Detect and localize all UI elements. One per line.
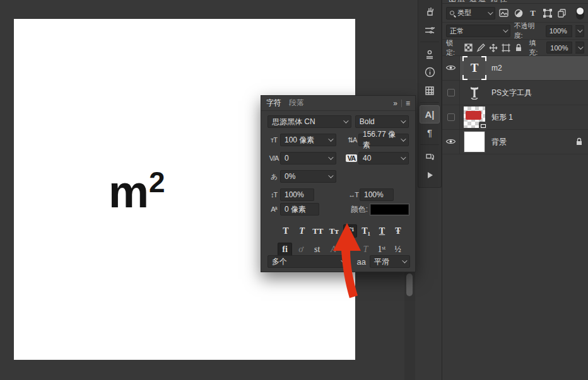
info-panel-icon[interactable] <box>420 63 440 81</box>
toggle-knob <box>577 8 584 14</box>
vertical-scrollbar-track[interactable] <box>404 272 415 380</box>
horizontal-scale-icon: ↔T <box>347 191 360 199</box>
stylistic-alternates-button[interactable]: T <box>342 243 356 256</box>
chevron-down-icon <box>341 258 346 263</box>
visibility-toggle[interactable] <box>442 81 460 105</box>
character-panel-icon[interactable]: A| <box>420 105 440 124</box>
blend-mode-row: 正常 不透明度: 100% <box>442 23 588 40</box>
filter-pixel-layers-icon[interactable] <box>498 7 510 19</box>
filter-adjustment-layers-icon[interactable] <box>512 7 524 19</box>
small-caps-button[interactable]: Tᴛ <box>327 224 341 238</box>
blend-mode-dropdown[interactable]: 正常 <box>446 25 510 37</box>
font-row: 思源黑体 CN Bold <box>268 115 409 128</box>
layer-name[interactable]: 背景 <box>491 137 507 147</box>
filter-type-layers-icon[interactable]: T <box>527 7 539 19</box>
layer-filtering-toggle[interactable] <box>576 7 584 20</box>
font-size-dropdown[interactable]: 100 像素 <box>280 134 336 146</box>
selection-bracket <box>481 56 486 61</box>
vertical-scale-icon: ↕T <box>268 191 280 199</box>
brush-settings-panel-icon[interactable] <box>420 21 440 39</box>
fill-input[interactable]: 100% <box>546 42 572 54</box>
layer-row-background[interactable]: 背景 <box>442 130 588 154</box>
titling-alternates-button[interactable]: T <box>358 243 373 256</box>
opacity-input[interactable]: 100% <box>546 25 572 37</box>
baseline-shift-input[interactable]: 0 像素 <box>280 203 319 216</box>
layer-name[interactable]: m2 <box>491 64 502 72</box>
font-style-dropdown[interactable]: Bold <box>355 115 409 128</box>
kerning-dropdown[interactable]: 0 <box>280 152 336 164</box>
layer-row-m2[interactable]: T m2 <box>442 56 588 81</box>
underline-button[interactable]: T <box>375 224 389 238</box>
opacity-label: 不透明度: <box>514 21 542 40</box>
horizontal-scale-input[interactable]: 100% <box>360 188 394 201</box>
superscript-button[interactable]: T¹ <box>343 224 357 238</box>
tsume-icon: あ <box>268 172 280 181</box>
lock-transparency-icon[interactable] <box>464 43 473 53</box>
language-dropdown[interactable]: 多个 <box>268 255 349 268</box>
subscript-button[interactable]: T₁ <box>359 224 373 238</box>
fill-label: 填充: <box>529 38 543 57</box>
contextual-alternates-button[interactable]: ơ <box>294 243 309 256</box>
layers-panel-tabs-clipped[interactable]: 图层 通道 路径 <box>442 0 588 4</box>
clone-source-panel-icon[interactable] <box>420 45 440 63</box>
header-divider <box>401 100 402 107</box>
visibility-toggle[interactable] <box>442 105 460 129</box>
chevron-down-icon <box>401 136 406 141</box>
paragraph-panel-icon[interactable]: ¶ <box>420 124 440 142</box>
layer-name[interactable]: PS文字工具 <box>491 88 532 98</box>
filter-smart-objects-icon[interactable] <box>556 7 568 19</box>
shape-layer-badge-icon <box>479 122 487 130</box>
discretionary-ligatures-button[interactable]: st <box>310 243 324 256</box>
layer-filter-type-dropdown[interactable]: 类型 <box>446 7 495 20</box>
tab-paragraph[interactable]: 段落 <box>289 98 304 108</box>
shape-layer-thumbnail[interactable] <box>464 107 485 128</box>
type-style-buttons: T T TT Tᴛ T¹ T₁ T Ŧ <box>279 224 405 238</box>
layer-name[interactable]: 矩形 1 <box>491 112 513 123</box>
anti-alias-dropdown[interactable]: 平滑 <box>370 255 410 268</box>
lock-artboard-icon[interactable] <box>502 43 511 53</box>
swash-button[interactable]: A <box>326 243 341 256</box>
anti-alias-icon: aa <box>356 257 365 267</box>
dock-separator <box>420 102 439 103</box>
lock-pixels-brush-icon[interactable] <box>476 43 486 53</box>
brushes-panel-icon[interactable] <box>420 3 440 21</box>
histogram-panel-icon[interactable] <box>420 81 440 100</box>
visibility-toggle[interactable] <box>442 130 460 154</box>
fill-dropdown-button[interactable] <box>575 42 584 54</box>
collapse-panel-icon[interactable]: » <box>393 99 397 108</box>
tab-character[interactable]: 字符 <box>266 98 281 108</box>
visibility-toggle[interactable] <box>442 56 460 80</box>
baseline-color-row: Aª 0 像素 颜色: <box>268 203 409 216</box>
faux-bold-button[interactable]: T <box>279 224 293 238</box>
fractions-button[interactable]: ½ <box>391 243 405 256</box>
faux-italic-button[interactable]: T <box>295 224 309 238</box>
opacity-dropdown-button[interactable] <box>575 25 584 37</box>
vertical-scale-input[interactable]: 100% <box>280 188 314 201</box>
background-lock-icon <box>575 137 583 147</box>
standard-ligatures-button[interactable]: fi <box>278 243 292 256</box>
layer-comps-panel-icon[interactable] <box>420 147 440 166</box>
lock-all-icon[interactable] <box>514 43 523 53</box>
lock-position-move-icon[interactable] <box>489 43 498 53</box>
background-layer-thumbnail[interactable] <box>464 131 485 153</box>
kerning-tracking-row: V/A 0 VA 40 <box>268 152 409 164</box>
ordinals-button[interactable]: 1ˢᵗ <box>374 243 389 256</box>
actions-panel-icon[interactable] <box>420 166 440 184</box>
text-color-swatch[interactable] <box>370 204 409 215</box>
layer-row-ps-type-tool[interactable]: PS文字工具 <box>442 81 588 105</box>
canvas-text-superscript: 2 <box>149 166 164 199</box>
tracking-dropdown[interactable]: 40 <box>358 152 409 164</box>
chevron-down-icon <box>328 136 333 141</box>
vertical-scrollbar-thumb[interactable] <box>406 273 413 296</box>
leading-dropdown[interactable]: 156.77 像素 <box>358 134 409 146</box>
strikethrough-button[interactable]: Ŧ <box>391 224 405 238</box>
font-family-dropdown[interactable]: 思源黑体 CN <box>268 115 351 128</box>
chevron-down-icon <box>503 27 509 32</box>
tsume-dropdown[interactable]: 0% <box>280 170 336 183</box>
eye-icon <box>445 64 456 72</box>
filter-shape-layers-icon[interactable] <box>541 7 553 19</box>
all-caps-button[interactable]: TT <box>311 224 325 238</box>
layer-row-rectangle-1[interactable]: 矩形 1 <box>442 105 588 130</box>
panel-menu-icon[interactable]: ≡ <box>406 99 410 108</box>
text-layer-thumbnail[interactable]: T <box>464 57 485 79</box>
